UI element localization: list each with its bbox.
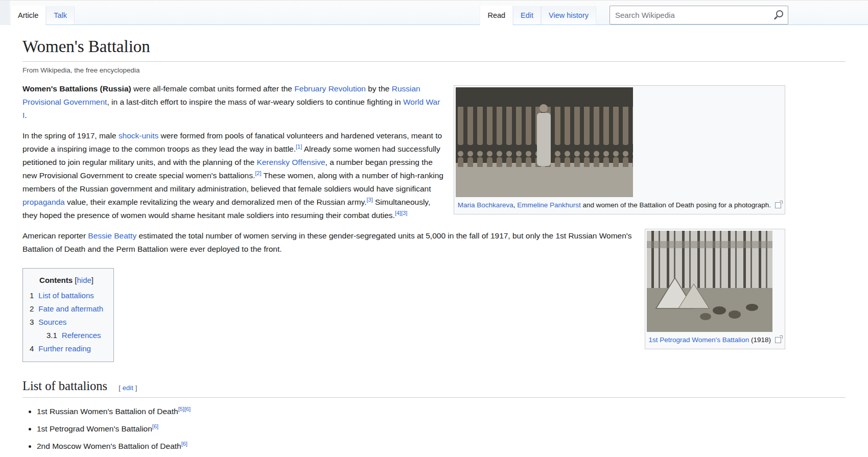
view-tabs-and-search: ReadEditView history xyxy=(480,1,868,25)
reference-anchor[interactable]: [3] xyxy=(401,209,407,215)
tab-view-history[interactable]: View history xyxy=(541,6,596,25)
table-of-contents: Contents [hide] 1List of battalions2Fate… xyxy=(22,268,114,362)
content-area: Women's Battalion From Wikipedia, the fr… xyxy=(0,25,868,457)
reference-link[interactable]: [6] xyxy=(181,441,187,447)
reference-link[interactable]: [5] xyxy=(178,406,184,412)
toc-item: 3Sources xyxy=(30,316,103,329)
search-box xyxy=(609,6,788,25)
reference-anchor[interactable]: [6] xyxy=(152,423,158,429)
toc-items: 1List of battalions2Fate and aftermath3S… xyxy=(30,289,103,355)
toc-item-link[interactable]: List of battalions xyxy=(38,291,93,300)
tab-read[interactable]: Read xyxy=(480,6,513,25)
battalion-list: 1st Russian Women's Battalion of Death[5… xyxy=(22,405,846,457)
namespace-tabs: ArticleTalk xyxy=(10,1,75,25)
toc-item-link[interactable]: References xyxy=(62,331,101,340)
toc-item-number: 2 xyxy=(30,304,34,313)
reference-anchor[interactable]: [1] xyxy=(296,143,302,149)
site-subtitle: From Wikipedia, the free encyclopedia xyxy=(22,66,846,74)
thumbnail-petrograd-battalion: 1st Petrograd Women's Battalion (1918) xyxy=(645,229,785,349)
view-tabs: ReadEditView history xyxy=(480,1,596,25)
toc-item: 3.1References xyxy=(30,329,103,342)
reference-link[interactable]: [3] xyxy=(401,209,407,215)
toc-item-link[interactable]: Fate and aftermath xyxy=(38,304,103,313)
section-heading-list-of-battalions: List of battalions [edit] xyxy=(22,378,846,398)
figure-caption: 1st Petrograd Women's Battalion (1918) xyxy=(647,332,783,347)
toc-item: 4Further reading xyxy=(30,342,103,355)
expand-icon[interactable] xyxy=(775,202,781,208)
page-title: Women's Battalion xyxy=(22,37,846,62)
toc-toggle-close-bracket: ] xyxy=(91,276,93,284)
reference-anchor[interactable]: [5] xyxy=(178,406,184,412)
figure-caption: Maria Bochkareva, Emmeline Pankhurst and… xyxy=(456,197,783,212)
reference-anchor[interactable]: [3] xyxy=(366,196,372,202)
article-photo-battalion-of-death[interactable] xyxy=(456,87,633,197)
toc-item-number: 4 xyxy=(30,344,34,353)
bold-text: Women's Battalions (Russia) xyxy=(22,84,131,93)
reference-link[interactable]: [1] xyxy=(296,143,302,149)
section-heading-text: List of battalions xyxy=(22,379,107,393)
search-input[interactable] xyxy=(609,6,788,25)
reference-anchor[interactable]: [2] xyxy=(255,170,261,176)
list-item-battalion: 2nd Moscow Women's Battalion of Death[6] xyxy=(37,440,846,453)
wiki-link[interactable]: propaganda xyxy=(22,198,65,206)
list-item-battalion: 1st Russian Women's Battalion of Death[5… xyxy=(37,405,846,418)
toc-hide-link[interactable]: hide xyxy=(77,276,91,284)
expand-icon[interactable] xyxy=(775,337,781,343)
edit-open-bracket: [ xyxy=(119,384,121,392)
toc-item-number: 1 xyxy=(30,291,34,300)
reference-link[interactable]: [6] xyxy=(152,423,158,429)
magnifier-handle-icon xyxy=(774,16,778,20)
tab-talk[interactable]: Talk xyxy=(46,6,75,25)
tab-article[interactable]: Article xyxy=(10,6,46,25)
reference-link[interactable]: [2] xyxy=(255,170,261,176)
tab-edit[interactable]: Edit xyxy=(513,6,541,25)
reference-anchor[interactable]: [6] xyxy=(181,441,187,447)
toc-item-number: 3 xyxy=(30,318,34,326)
list-item-battalion: 1st Petrograd Women's Battalion[6] xyxy=(37,422,846,436)
wiki-link[interactable]: shock-units xyxy=(119,131,158,140)
toc-toggle: [hide] xyxy=(75,276,93,284)
toc-title-text: Contents xyxy=(39,276,73,284)
reference-link[interactable]: [6] xyxy=(184,406,191,412)
page-header: ArticleTalk ReadEditView history xyxy=(0,0,868,25)
reference-anchor[interactable]: [4] xyxy=(395,209,401,215)
reference-link[interactable]: [4] xyxy=(395,209,401,215)
search-button[interactable] xyxy=(775,10,784,20)
thumbnail-bochkareva-pankhurst: Maria Bochkareva, Emmeline Pankhurst and… xyxy=(454,85,785,214)
article-photo-petrograd-camp[interactable] xyxy=(647,231,772,332)
wiki-link[interactable]: Maria Bochkareva xyxy=(458,201,513,209)
toc-item-number: 3.1 xyxy=(46,331,57,340)
wiki-link[interactable]: Bessie Beatty xyxy=(88,231,136,240)
article-body: Maria Bochkareva, Emmeline Pankhurst and… xyxy=(22,82,846,457)
toc-item: 2Fate and aftermath xyxy=(30,302,103,316)
toc-item: 1List of battalions xyxy=(30,289,103,302)
left-gutter xyxy=(0,1,10,25)
wiki-link[interactable]: February Revolution xyxy=(294,84,366,93)
section-edit: [edit] xyxy=(119,384,137,392)
wiki-link[interactable]: 1st Petrograd Women's Battalion xyxy=(649,336,749,344)
reference-anchor[interactable]: [6] xyxy=(184,406,191,412)
wiki-link[interactable]: Kerensky Offensive xyxy=(256,158,325,166)
wiki-link[interactable]: Emmeline Pankhurst xyxy=(517,201,581,209)
toc-title: Contents [hide] xyxy=(30,274,103,287)
toc-item-link[interactable]: Sources xyxy=(38,318,66,326)
edit-close-bracket: ] xyxy=(135,384,137,392)
edit-link[interactable]: edit xyxy=(123,384,133,392)
toc-item-link[interactable]: Further reading xyxy=(38,344,91,353)
reference-link[interactable]: [3] xyxy=(366,196,372,202)
